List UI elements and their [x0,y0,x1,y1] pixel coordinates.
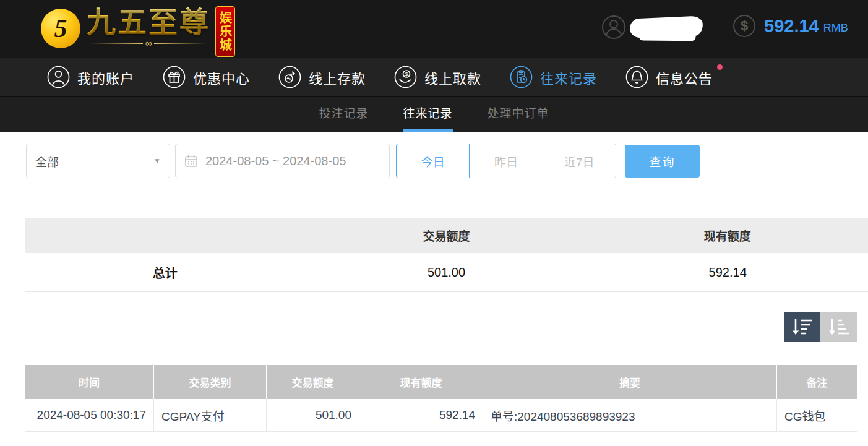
records-icon [510,66,533,88]
site-logo[interactable]: 5 九五至尊 ∞ 娱乐城 [41,6,235,57]
cell-remark: CG钱包 [776,399,857,431]
cell-trade-amount: 501.00 [266,399,359,431]
user-icon [47,66,70,88]
avatar-icon [601,15,626,40]
col-trade-amount: 交易额度 [266,365,359,399]
nav-item-announcements[interactable]: 信息公告 [625,66,713,88]
cell-summary: 单号:202408053689893923 [483,399,776,431]
page: 5 九五至尊 ∞ 娱乐城 0 . . $ 5 [0,0,868,446]
nav-item-deposit[interactable]: 线上存款 [278,66,366,88]
balance[interactable]: $ 592.14 RMB [733,15,848,37]
deposit-icon [278,66,301,88]
nav-item-label: 我的账户 [77,67,134,87]
query-button[interactable]: 查询 [625,145,700,178]
quick-range-today[interactable]: 今日 [396,144,470,178]
col-time: 时间 [25,365,153,399]
notification-dot [717,64,723,70]
nav-item-my-account[interactable]: 我的账户 [47,66,134,88]
logo-badge: 娱乐城 [215,6,235,57]
summary-total-label: 总计 [25,253,306,291]
quick-range-yesterday[interactable]: 昨日 [470,144,543,178]
balance-value: 592.14 [764,16,819,36]
user-account[interactable]: 0 . . [601,14,709,41]
nav-item-label: 优惠中心 [193,67,250,87]
withdraw-icon: $ [394,66,417,88]
nav-item-transaction-records[interactable]: 往来记录 [510,66,597,88]
quick-range-last7days[interactable]: 近7日 [543,144,616,178]
cell-current-amount: 592.14 [359,399,483,431]
record-tabs: 投注记录 往来记录 处理中订单 [0,97,868,132]
svg-text:$: $ [405,71,408,77]
nav-item-label: 线上存款 [309,67,366,87]
summary-table: 交易额度 现有额度 总计 501.00 592.14 [25,218,868,292]
gift-icon [163,66,186,88]
nav-item-withdraw[interactable]: $ 线上取款 [394,66,481,88]
brand-name: 九五至尊 [87,6,210,38]
coin-icon: $ [733,15,755,37]
col-summary: 摘要 [483,365,776,399]
nav-item-label: 往来记录 [540,67,597,87]
logo-95-icon: 5 [41,9,80,48]
sort-ascending-button[interactable] [820,312,857,342]
nav-item-label: 线上取款 [424,67,481,87]
summary-current-amount: 592.14 [587,253,868,291]
records-table: 时间 交易类别 交易额度 现有额度 摘要 备注 2024-08-05 00:30… [25,365,857,432]
nav-item-promotions[interactable]: 优惠中心 [163,66,250,88]
logo-flourish-icon: ∞ [90,40,208,47]
chevron-down-icon: ▼ [153,157,161,165]
main-nav: 我的账户 优惠中心 线上存款 $ 线上取款 [0,58,868,97]
sort-controls [784,312,857,342]
col-type: 交易类别 [153,365,266,399]
username-redacted: 0 . . [629,14,709,41]
tab-bet-records[interactable]: 投注记录 [319,97,368,132]
nav-item-label: 信息公告 [656,67,713,87]
col-current-amount: 现有额度 [359,365,483,399]
redaction-blob [629,15,703,38]
summary-trade-amount: 501.00 [306,253,587,291]
type-select-value: 全部 [35,153,59,169]
cell-time: 2024-08-05 00:30:17 [25,399,153,431]
tab-transaction-records[interactable]: 往来记录 [403,97,452,132]
tab-pending-orders[interactable]: 处理中订单 [488,97,549,132]
col-remark: 备注 [776,365,857,399]
sort-asc-icon [827,317,851,337]
summary-col-trade-amount: 交易额度 [306,218,587,253]
balance-currency: RMB [823,22,848,35]
summary-total-row: 总计 501.00 592.14 [25,253,868,292]
section-divider [19,197,868,197]
table-row: 2024-08-05 00:30:17 CGPAY支付 501.00 592.1… [25,399,857,432]
sort-desc-icon [791,317,814,337]
cell-type: CGPAY支付 [153,399,266,431]
bell-icon [625,66,648,88]
summary-col-empty [25,218,306,253]
sort-descending-button[interactable] [784,312,820,342]
date-range-picker[interactable]: 2024-08-05 ~ 2024-08-05 [175,144,390,178]
top-header: 5 九五至尊 ∞ 娱乐城 0 . . $ 5 [0,0,868,58]
date-range-value: 2024-08-05 ~ 2024-08-05 [205,154,346,168]
summary-table-header: 交易额度 现有额度 [25,218,868,253]
summary-col-current-amount: 现有额度 [587,218,868,253]
quick-range-group: 今日 昨日 近7日 [396,144,616,178]
type-select[interactable]: 全部 ▼ [26,144,170,178]
records-table-header: 时间 交易类别 交易额度 现有额度 摘要 备注 [25,365,857,399]
calendar-icon [184,154,198,168]
